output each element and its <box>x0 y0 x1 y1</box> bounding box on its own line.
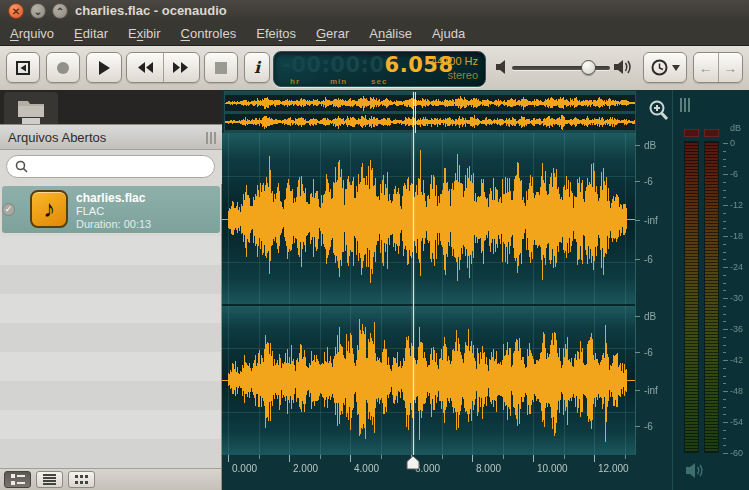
menu-item-editar[interactable]: Editar <box>64 26 118 41</box>
back-arrow-icon: ← <box>699 60 713 76</box>
db-label: -inf <box>644 215 658 226</box>
meter-tick <box>723 438 726 439</box>
rewind-button[interactable] <box>127 53 163 82</box>
db-label: -6 <box>644 254 653 265</box>
meter-tick <box>723 174 728 175</box>
toolbar: i -00:00:06.058 hr min sec 44100 Hz ster… <box>0 46 749 91</box>
time-format-button[interactable] <box>643 52 687 83</box>
menu-item-controles[interactable]: Controles <box>171 26 247 41</box>
meter-tick <box>723 236 728 237</box>
view-detailed-list-button[interactable] <box>4 471 31 488</box>
title-bar: ✕ ⌄ ⌃ charlies.flac - ocenaudio <box>0 0 749 23</box>
search-row <box>0 150 222 184</box>
meter-tick <box>723 290 726 291</box>
menu-item-exibir[interactable]: Exibir <box>118 26 171 41</box>
file-name: charlies.flac <box>76 191 145 205</box>
time-unit-hr: hr <box>290 77 300 86</box>
play-icon <box>98 61 111 75</box>
time-display-digits: -00:00:06.058 <box>282 53 454 77</box>
meter-tick <box>723 453 728 454</box>
info-icon: i <box>254 58 260 77</box>
meter-tick <box>723 252 726 253</box>
meter-scale-label: -36 <box>730 324 743 334</box>
stop-button[interactable] <box>204 52 238 83</box>
meter-scale-label: -54 <box>730 417 743 427</box>
menu-item-arquivo[interactable]: Arquivo <box>0 26 64 41</box>
time-ruler[interactable]: 0.0002.0004.0006.0008.00010.00012.000 <box>222 455 672 490</box>
menu-item-ajuda[interactable]: Ajuda <box>422 26 475 41</box>
meter-scale-label: -48 <box>730 386 743 396</box>
view-grid-button[interactable] <box>68 471 95 488</box>
time-tick <box>228 455 229 462</box>
db-tick <box>635 145 640 146</box>
view-mode-toolbar <box>0 468 221 490</box>
meter-tick <box>723 267 728 268</box>
record-button[interactable] <box>46 52 80 83</box>
time-tick <box>350 455 351 462</box>
db-tick <box>635 352 640 353</box>
meter-tick <box>723 159 726 160</box>
overview-waveform[interactable] <box>225 92 635 133</box>
open-files-panel: Arquivos Abertos ♪ charlies.flac FLAC Du… <box>0 90 222 490</box>
search-input[interactable] <box>33 159 207 175</box>
menu-item-efeitos[interactable]: Efeitos <box>246 26 306 41</box>
db-tick <box>635 390 640 391</box>
meter-tick <box>723 329 728 330</box>
window-close-button[interactable]: ✕ <box>8 3 24 19</box>
meter-tick <box>723 275 726 276</box>
file-active-check-badge[interactable]: ✓ <box>2 203 15 216</box>
waveform-editor: dB-6-inf-6dB-6-inf-6 0.0002.0004.0006.00… <box>222 90 672 490</box>
time-tick <box>472 455 473 462</box>
chevron-down-icon <box>672 65 680 71</box>
file-list-item[interactable]: ♪ charlies.flac FLAC Duration: 00:13 <box>2 186 220 233</box>
window-minimize-button[interactable]: ⌄ <box>30 3 46 19</box>
view-compact-list-button[interactable] <box>36 471 63 488</box>
db-label: dB <box>644 311 656 322</box>
meter-tick <box>723 360 728 361</box>
meter-scale-label: -18 <box>730 231 743 241</box>
monitor-speaker-icon[interactable] <box>686 462 708 479</box>
search-icon <box>15 160 28 173</box>
ocenaudio-window: ✕ ⌄ ⌃ charlies.flac - ocenaudio ArquivoE… <box>0 0 749 490</box>
rewind-icon <box>137 62 153 73</box>
meter-tick <box>723 407 726 408</box>
meter-tick <box>723 151 726 152</box>
meter-tick <box>723 337 726 338</box>
stop-icon <box>215 62 227 74</box>
clip-indicator-left <box>684 129 699 137</box>
playhead-marker[interactable] <box>406 455 420 470</box>
meter-scale-label: 0 <box>730 138 735 148</box>
main-waveform[interactable] <box>222 133 635 455</box>
meter-tick <box>723 306 726 307</box>
back-button[interactable]: ← <box>694 53 718 82</box>
time-tick-minor <box>381 455 382 459</box>
meter-tick <box>723 345 726 346</box>
meter-tick <box>723 244 726 245</box>
info-button[interactable]: i <box>244 52 270 83</box>
go-to-start-button[interactable] <box>6 52 40 83</box>
play-button[interactable] <box>86 52 122 83</box>
window-title: charlies.flac - ocenaudio <box>75 3 227 18</box>
window-maximize-button[interactable]: ⌃ <box>52 3 68 19</box>
detailed-list-icon <box>11 474 25 485</box>
record-icon <box>56 61 70 75</box>
panel-grip-handle[interactable] <box>206 132 216 144</box>
panel-title: Arquivos Abertos <box>0 130 106 145</box>
forward-button[interactable]: → <box>718 53 743 82</box>
meter-unit-label: dB <box>730 123 741 133</box>
time-tick-label: 2.000 <box>293 463 318 474</box>
meter-scale-label: -6 <box>730 169 738 179</box>
volume-slider-knob[interactable] <box>581 60 596 75</box>
clip-indicator-right <box>704 129 719 137</box>
menu-bar: ArquivoEditarExibirControlesEfeitosGerar… <box>0 22 749 46</box>
grid-icon <box>75 475 89 485</box>
menu-item-gerar[interactable]: Gerar <box>306 26 359 41</box>
meter-grip-handle[interactable] <box>680 98 690 112</box>
meter-tick <box>723 259 726 260</box>
time-unit-sec: sec <box>371 77 387 86</box>
search-box[interactable] <box>6 155 215 178</box>
fast-forward-button[interactable] <box>163 53 200 82</box>
menu-item-analise[interactable]: Análise <box>359 26 422 41</box>
db-label: -6 <box>644 421 653 432</box>
meter-tick <box>723 399 726 400</box>
